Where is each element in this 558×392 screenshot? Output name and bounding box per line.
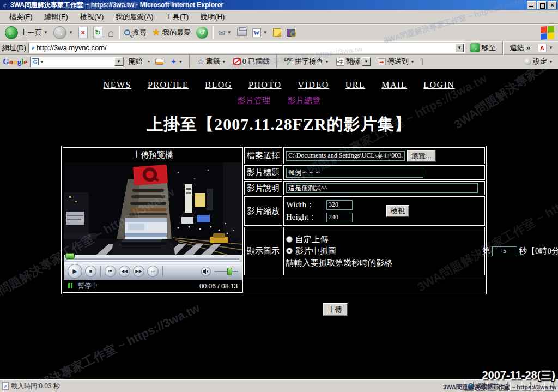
mail-dropdown-icon[interactable]: ▼ <box>227 30 232 35</box>
width-label: Width： <box>286 200 326 210</box>
google-start-button[interactable]: 開始 <box>126 56 145 68</box>
menu-item-help[interactable]: 說明(H) <box>196 10 229 23</box>
back-button[interactable]: ← 上一頁 ▼ <box>2 25 51 40</box>
volume-slider[interactable] <box>214 271 238 272</box>
height-label: Height： <box>286 212 326 222</box>
research-button[interactable] <box>284 28 298 38</box>
onenote-button[interactable] <box>270 27 284 38</box>
extensions-dropdown-icon[interactable]: ▼ <box>178 59 183 64</box>
nav-link-mail[interactable]: MAIL <box>381 80 407 89</box>
volume-thumb[interactable] <box>227 268 232 275</box>
home-button[interactable]: ⌂ <box>105 26 117 40</box>
nav-link-url[interactable]: URL <box>345 80 366 89</box>
menu-item-favorites[interactable]: 我的最愛(A) <box>111 10 158 23</box>
links-button[interactable]: 連結 » <box>507 42 533 54</box>
sublink-video-manage[interactable]: 影片管理 <box>238 96 270 105</box>
wallet-card-icon <box>155 59 163 65</box>
pdf-dropdown-icon[interactable]: ▼ <box>549 45 553 50</box>
page-ie-icon: e <box>32 45 34 51</box>
settings-dropdown-icon[interactable]: ▼ <box>549 59 553 64</box>
file-select-label: 檔案選擇 <box>244 147 282 164</box>
nav-link-blog[interactable]: BLOG <box>205 80 232 89</box>
seek-bar[interactable] <box>64 255 242 262</box>
google-extensions-button[interactable]: ✦▼ <box>168 56 185 67</box>
spellcheck-button[interactable]: ABC✓ 拼字檢查 ▼ <box>282 56 331 68</box>
file-path-input[interactable] <box>286 151 405 161</box>
next-button[interactable]: ⏭ <box>147 266 159 277</box>
minimize-button[interactable] <box>527 1 536 9</box>
preview-panel: 上傳預覽檔 <box>63 147 243 293</box>
google-bookmarks-button[interactable]: ☆ 書籤 ▼ <box>195 56 228 68</box>
edit-with-word-button[interactable]: W ▼ <box>250 27 270 38</box>
nav-link-login[interactable]: LOGIN <box>423 80 454 89</box>
go-label: 移至 <box>482 43 496 53</box>
edit-dropdown-icon[interactable]: ▼ <box>263 30 268 35</box>
menu-item-view[interactable]: 檢視(V) <box>75 10 108 23</box>
google-wallet-button[interactable] <box>153 58 166 66</box>
view-button[interactable]: 檢視 <box>386 205 409 217</box>
player-controls: ▶ ■ ⏮ ◀◀ ▶▶ ⏭ <box>64 262 242 280</box>
media-player: ▶ ■ ⏮ ◀◀ ▶▶ ⏭ <box>64 162 242 292</box>
bookmarks-dropdown-icon[interactable]: ▼ <box>222 59 226 64</box>
back-dropdown-icon[interactable]: ▼ <box>44 30 48 35</box>
close-button[interactable]: × <box>548 1 557 9</box>
menu-item-file[interactable]: 檔案(F) <box>4 10 38 23</box>
popup-blocker-button[interactable]: 0 已攔截 <box>231 56 272 68</box>
fast-forward-button[interactable]: ▶▶ <box>133 266 144 277</box>
forward-button[interactable]: → ▼ <box>51 25 76 40</box>
play-button[interactable]: ▶ <box>68 264 82 279</box>
google-search-history-button[interactable]: ▼ <box>114 57 123 66</box>
previous-button[interactable]: ⏮ <box>105 266 116 277</box>
sendto-dropdown-icon[interactable]: ▼ <box>410 59 415 64</box>
video-title-input[interactable] <box>286 168 423 178</box>
player-status-bar: 暫停中 00:06 / 08:13 <box>64 280 242 292</box>
google-search-input[interactable] <box>44 58 114 66</box>
spellcheck-dropdown-icon[interactable]: ▼ <box>325 59 329 64</box>
second-input[interactable] <box>492 246 517 256</box>
home-icon: ⌂ <box>108 27 114 39</box>
width-input[interactable] <box>326 200 353 210</box>
stop-playback-button[interactable]: ■ <box>85 266 96 277</box>
height-input[interactable] <box>326 213 353 222</box>
menu-item-tools[interactable]: 工具(T) <box>161 10 194 23</box>
favorites-button[interactable]: ★ 我的最愛 <box>149 26 193 39</box>
restore-button[interactable] <box>537 1 547 9</box>
stop-button[interactable]: × <box>76 26 90 39</box>
radio-custom-upload[interactable] <box>286 236 293 243</box>
video-scale-label: 影片縮放 <box>244 196 282 226</box>
search-label: 搜尋 <box>132 28 147 38</box>
video-desc-input[interactable] <box>286 183 478 193</box>
search-button[interactable]: 搜尋 <box>122 27 149 39</box>
volume-controls <box>201 267 238 276</box>
print-button[interactable] <box>234 28 250 37</box>
address-dropdown-button[interactable]: ▼ <box>455 44 464 52</box>
nav-link-photo[interactable]: PHOTO <box>248 80 282 89</box>
refresh-button[interactable]: ↻ <box>90 26 105 39</box>
nav-link-video[interactable]: VIDEO <box>298 80 329 89</box>
video-frame[interactable] <box>64 162 242 255</box>
browse-button[interactable]: 瀏覽... <box>407 150 436 162</box>
upload-button[interactable]: 上傳 <box>323 303 348 316</box>
nav-link-profile[interactable]: PROFILE <box>148 80 189 89</box>
history-button[interactable]: ↺ <box>193 26 211 40</box>
rewind-button[interactable]: ◀◀ <box>119 266 130 277</box>
sendto-button[interactable]: ➡ 傳送到 ▼ <box>375 56 417 68</box>
sublink-video-overview[interactable]: 影片總覽 <box>288 96 320 105</box>
radio-capture-frame[interactable] <box>286 248 293 254</box>
translate-button[interactable]: a字 翻譯 ▼ <box>334 56 373 68</box>
menu-item-edit[interactable]: 編輯(E) <box>40 10 73 23</box>
translate-dropdown-button[interactable]: ▼ <box>362 57 371 66</box>
refresh-icon: ↻ <box>93 27 102 38</box>
adobe-pdf-button[interactable]: A ▼ <box>535 43 556 53</box>
nav-link-news[interactable]: NEWS <box>104 80 131 89</box>
seek-thumb[interactable] <box>65 253 75 259</box>
mute-button[interactable] <box>201 267 211 276</box>
address-input[interactable] <box>36 44 454 52</box>
google-search-dropdown-icon[interactable]: ▼ <box>40 59 44 64</box>
form-row-title: 影片標題 <box>244 165 485 180</box>
forward-dropdown-icon[interactable]: ▼ <box>69 30 73 35</box>
mail-button[interactable]: ✉ ▼ <box>215 27 234 39</box>
window-controls: × <box>527 1 557 9</box>
go-button[interactable]: → 移至 <box>468 42 499 54</box>
google-settings-button[interactable]: 設定 ▼ <box>522 56 555 68</box>
